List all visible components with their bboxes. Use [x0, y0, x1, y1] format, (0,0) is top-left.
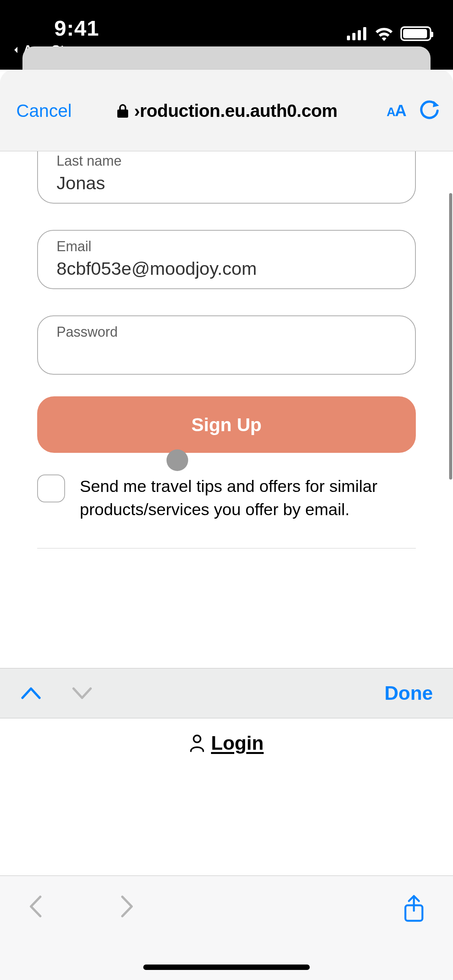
svg-rect-2 [358, 30, 361, 40]
lock-icon [117, 103, 129, 118]
url-text: ›roduction.eu.auth0.com [134, 100, 337, 121]
login-section: Login [0, 732, 453, 754]
scrollbar-thumb[interactable] [449, 193, 452, 480]
last-name-label: Last name [57, 153, 396, 169]
previous-field-button[interactable] [20, 686, 42, 700]
keyboard-accessory-bar: Done [0, 668, 453, 718]
sign-up-button[interactable]: Sign Up [37, 396, 416, 453]
url-bar[interactable]: ›roduction.eu.auth0.com [75, 100, 379, 121]
password-input[interactable] [57, 343, 396, 365]
svg-rect-1 [352, 33, 355, 40]
chevron-left-icon [12, 45, 21, 55]
email-field-container[interactable]: Email [37, 230, 416, 289]
safari-bottom-toolbar [0, 875, 453, 980]
svg-point-4 [194, 735, 201, 742]
last-name-field-container[interactable]: Last name [37, 151, 416, 204]
battery-icon [400, 26, 431, 41]
newsletter-checkbox[interactable] [37, 475, 65, 502]
password-label: Password [57, 324, 396, 340]
login-label: Login [211, 732, 264, 754]
safari-header: Cancel ›roduction.eu.auth0.com AA [0, 70, 453, 151]
nav-back-button[interactable] [28, 894, 43, 918]
nav-forward-button[interactable] [120, 894, 135, 918]
cellular-signal-icon [347, 27, 368, 40]
svg-rect-3 [363, 27, 366, 40]
newsletter-checkbox-row: Send me travel tips and offers for simil… [37, 475, 416, 521]
home-indicator[interactable] [143, 965, 310, 970]
newsletter-label: Send me travel tips and offers for simil… [80, 475, 416, 521]
sheet-underlayer [22, 46, 431, 70]
page-scrollbar[interactable] [448, 154, 452, 572]
wifi-icon [374, 26, 394, 41]
email-input[interactable] [57, 258, 396, 279]
keyboard-done-button[interactable]: Done [384, 682, 433, 704]
next-field-button[interactable] [71, 686, 93, 700]
login-link[interactable]: Login [189, 732, 264, 754]
svg-rect-0 [347, 36, 350, 40]
share-button[interactable] [403, 894, 425, 923]
email-label: Email [57, 238, 396, 255]
page-content: Last name Email Password Sign Up Send me… [0, 151, 453, 980]
reader-aa-button[interactable]: AA [387, 101, 406, 120]
page-scroll-area[interactable]: Last name Email Password Sign Up Send me… [0, 151, 453, 929]
status-time: 9:41 [54, 15, 99, 41]
last-name-input[interactable] [57, 172, 396, 194]
password-field-container[interactable]: Password [37, 315, 416, 375]
section-divider [37, 548, 416, 548]
person-icon [189, 734, 205, 752]
status-right-cluster [347, 26, 431, 41]
cursor-indicator [166, 449, 188, 471]
reload-button[interactable] [420, 100, 439, 121]
cancel-button[interactable]: Cancel [16, 100, 72, 121]
